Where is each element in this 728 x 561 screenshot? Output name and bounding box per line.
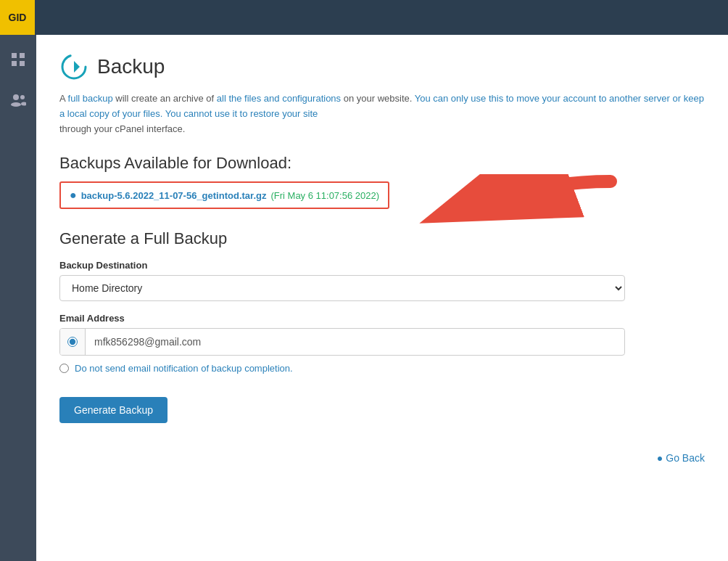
svg-marker-9 (74, 61, 80, 73)
destination-label: Backup Destination (59, 260, 705, 271)
go-back-label: Go Back (666, 452, 705, 464)
email-label: Email Address (59, 313, 705, 324)
no-email-label: Do not send email notification of backup… (75, 363, 293, 374)
backup-download-link[interactable]: backup-5.6.2022_11-07-56_getintod.tar.gz (81, 190, 267, 201)
svg-rect-0 (12, 53, 17, 58)
svg-rect-1 (20, 53, 25, 58)
svg-rect-3 (20, 61, 25, 66)
grid-icon[interactable] (5, 46, 31, 73)
email-radio[interactable] (67, 337, 78, 347)
email-input[interactable] (86, 330, 624, 353)
main-content: Backup A full backup will create an arch… (36, 35, 728, 561)
top-bar: GID (0, 0, 728, 35)
page-title: Backup (97, 55, 165, 78)
svg-point-4 (13, 94, 19, 100)
email-group: Email Address Do not send email notifica… (59, 313, 705, 374)
check-icon: ● (70, 189, 77, 202)
destination-group: Backup Destination Home Directory Remote… (59, 260, 705, 301)
backup-icon (59, 52, 88, 81)
description: A full backup will create an archive of … (59, 91, 705, 136)
no-email-option: Do not send email notification of backup… (59, 363, 705, 374)
go-back-icon: ● (657, 452, 663, 464)
full-backup-link[interactable]: full backup (68, 93, 113, 104)
svg-point-5 (11, 102, 21, 107)
backup-item: ● backup-5.6.2022_11-07-56_getintod.tar.… (59, 181, 389, 209)
backups-available-title: Backups Available for Download: (59, 154, 705, 173)
sidebar (0, 35, 36, 561)
logo-text: GID (9, 12, 27, 23)
email-input-group (59, 328, 625, 356)
email-radio-wrap (60, 329, 86, 355)
users-icon[interactable] (5, 87, 31, 113)
svg-point-7 (21, 102, 26, 106)
generate-title: Generate a Full Backup (59, 229, 705, 248)
no-email-radio[interactable] (59, 364, 69, 373)
backup-list: ● backup-5.6.2022_11-07-56_getintod.tar.… (59, 181, 705, 209)
svg-point-6 (20, 95, 25, 99)
destination-select[interactable]: Home Directory Remote FTP Server Remote … (59, 275, 625, 301)
backup-date: (Fri May 6 11:07:56 2022) (270, 190, 379, 201)
go-back-row: ● Go Back (59, 452, 705, 464)
svg-rect-2 (12, 61, 17, 66)
all-files-link[interactable]: all the files and configurations (217, 93, 341, 104)
page-title-row: Backup (59, 52, 705, 81)
generate-backup-button[interactable]: Generate Backup (59, 397, 167, 423)
gid-logo: GID (0, 0, 35, 35)
go-back-link[interactable]: ● Go Back (657, 452, 705, 464)
